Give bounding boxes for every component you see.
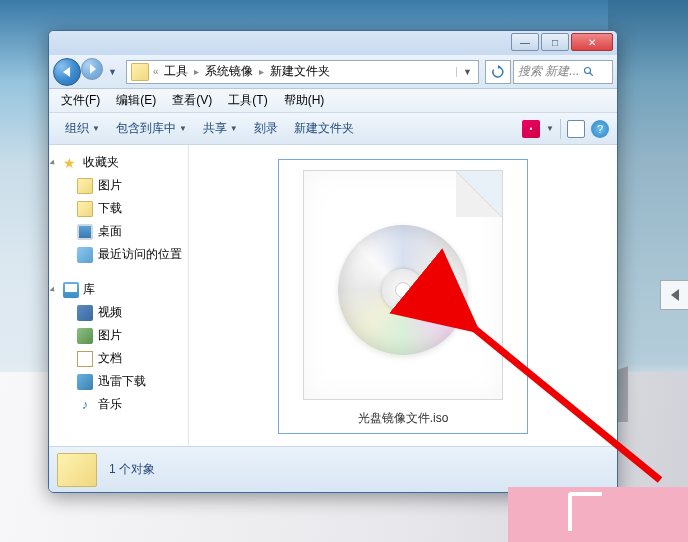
- breadcrumb-item[interactable]: 系统镜像: [201, 63, 257, 80]
- address-dropdown-icon[interactable]: ▼: [456, 67, 478, 77]
- disc-icon: [338, 225, 468, 355]
- folder-icon: [57, 453, 97, 487]
- maximize-button[interactable]: □: [541, 33, 569, 51]
- sidebar-item-documents[interactable]: 文档: [49, 347, 188, 370]
- watermark-overlay: [508, 487, 688, 542]
- search-icon: [583, 66, 595, 78]
- recent-icon: [77, 247, 93, 263]
- status-bar: 1 个对象: [49, 446, 617, 492]
- chevron-down-icon: ▼: [92, 124, 100, 133]
- sidebar-item-thunder[interactable]: 迅雷下载: [49, 370, 188, 393]
- titlebar[interactable]: — □ ✕: [49, 31, 617, 55]
- search-input[interactable]: 搜索 新建...: [513, 60, 613, 84]
- file-thumbnail: [303, 170, 503, 400]
- sidebar-item-music[interactable]: ♪音乐: [49, 393, 188, 416]
- navigation-bar: ▼ « 工具 ▸ 系统镜像 ▸ 新建文件夹 ▼ 搜索 新建...: [49, 55, 617, 89]
- breadcrumb-item[interactable]: 工具: [160, 63, 192, 80]
- picture-icon: [77, 328, 93, 344]
- chevron-right-icon[interactable]: ▸: [259, 66, 264, 77]
- folder-icon: [77, 201, 93, 217]
- search-placeholder: 搜索 新建...: [518, 63, 579, 80]
- breadcrumb-separator-icon: «: [153, 66, 159, 77]
- download-icon: [77, 374, 93, 390]
- chevron-down-icon: ▼: [179, 124, 187, 133]
- breadcrumb: « 工具 ▸ 系统镜像 ▸ 新建文件夹: [153, 63, 456, 80]
- include-in-library-button[interactable]: 包含到库中▼: [108, 116, 195, 141]
- history-dropdown-icon[interactable]: ▼: [105, 67, 120, 77]
- sidebar-item-pictures-lib[interactable]: 图片: [49, 324, 188, 347]
- libraries-header[interactable]: 库: [49, 278, 188, 301]
- svg-line-2: [590, 72, 593, 75]
- next-wallpaper-button[interactable]: [660, 280, 688, 310]
- svg-point-1: [585, 67, 591, 73]
- item-count-label: 1 个对象: [109, 461, 155, 478]
- window-body: ★收藏夹 图片 下载 桌面 最近访问的位置 库 视频 图片 文档 迅雷下载 ♪音…: [49, 145, 617, 446]
- menu-file[interactable]: 文件(F): [53, 89, 108, 112]
- sidebar-item-recent[interactable]: 最近访问的位置: [49, 243, 188, 266]
- burn-button[interactable]: 刻录: [246, 116, 286, 141]
- back-button[interactable]: [53, 58, 81, 86]
- organize-button[interactable]: 组织▼: [57, 116, 108, 141]
- close-button[interactable]: ✕: [571, 33, 613, 51]
- menu-edit[interactable]: 编辑(E): [108, 89, 164, 112]
- refresh-icon: [491, 65, 505, 79]
- chevron-right-icon[interactable]: ▸: [194, 66, 199, 77]
- minimize-button[interactable]: —: [511, 33, 539, 51]
- sidebar-item-downloads[interactable]: 下载: [49, 197, 188, 220]
- preview-pane-button[interactable]: [567, 120, 585, 138]
- library-icon: [63, 282, 79, 298]
- sidebar-item-videos[interactable]: 视频: [49, 301, 188, 324]
- music-icon: ♪: [77, 397, 93, 413]
- menu-bar: 文件(F) 编辑(E) 查看(V) 工具(T) 帮助(H): [49, 89, 617, 113]
- view-options-button[interactable]: ▪: [522, 120, 540, 138]
- toolbar: 组织▼ 包含到库中▼ 共享▼ 刻录 新建文件夹 ▪ ▼ ?: [49, 113, 617, 145]
- star-icon: ★: [63, 155, 79, 171]
- chevron-down-icon: ▼: [230, 124, 238, 133]
- folder-icon: [131, 63, 149, 81]
- monitor-icon: [77, 224, 93, 240]
- file-item[interactable]: 光盘镜像文件.iso: [278, 159, 528, 434]
- forward-button[interactable]: [81, 58, 103, 80]
- share-button[interactable]: 共享▼: [195, 116, 246, 141]
- breadcrumb-item[interactable]: 新建文件夹: [266, 63, 334, 80]
- folder-icon: [77, 178, 93, 194]
- refresh-button[interactable]: [485, 60, 511, 84]
- file-name-label: 光盘镜像文件.iso: [358, 410, 449, 427]
- sidebar-item-pictures[interactable]: 图片: [49, 174, 188, 197]
- menu-help[interactable]: 帮助(H): [276, 89, 333, 112]
- chevron-down-icon[interactable]: ▼: [546, 124, 554, 133]
- document-icon: [77, 351, 93, 367]
- favorites-header[interactable]: ★收藏夹: [49, 151, 188, 174]
- video-icon: [77, 305, 93, 321]
- navigation-pane: ★收藏夹 图片 下载 桌面 最近访问的位置 库 视频 图片 文档 迅雷下载 ♪音…: [49, 145, 189, 446]
- toolbar-separator: [560, 119, 561, 139]
- address-bar[interactable]: « 工具 ▸ 系统镜像 ▸ 新建文件夹 ▼: [126, 60, 479, 84]
- file-list-pane[interactable]: 光盘镜像文件.iso: [189, 145, 617, 446]
- sidebar-item-desktop[interactable]: 桌面: [49, 220, 188, 243]
- new-folder-button[interactable]: 新建文件夹: [286, 116, 362, 141]
- explorer-window: — □ ✕ ▼ « 工具 ▸ 系统镜像 ▸ 新建文件夹 ▼ 搜索 新建...: [48, 30, 618, 493]
- menu-view[interactable]: 查看(V): [164, 89, 220, 112]
- menu-tools[interactable]: 工具(T): [220, 89, 275, 112]
- help-button[interactable]: ?: [591, 120, 609, 138]
